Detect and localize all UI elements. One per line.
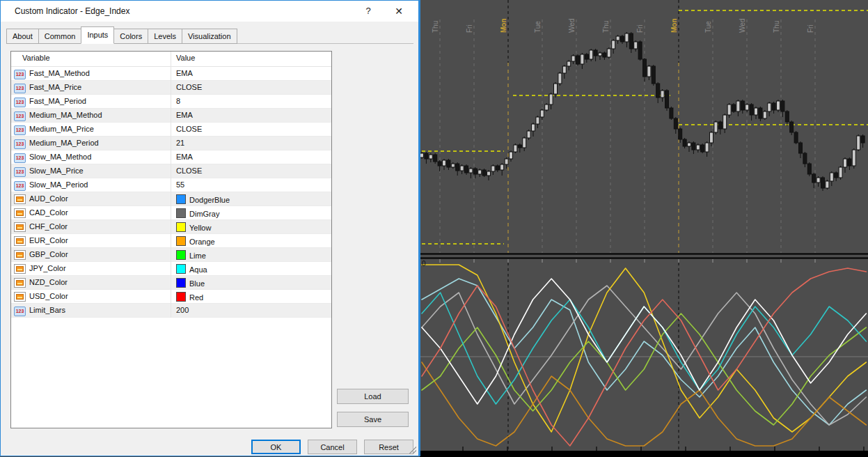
variable-value[interactable]: CLOSE xyxy=(176,166,202,175)
variable-value[interactable]: Red xyxy=(176,292,203,302)
variable-value[interactable]: DimGray xyxy=(176,208,219,218)
table-row[interactable]: AUD_ColorDodgerBlue xyxy=(11,192,331,206)
table-header: Variable Value xyxy=(11,52,331,67)
tab-visualization[interactable]: Visualization xyxy=(182,29,237,44)
variable-name: Fast_MA_Period xyxy=(29,97,86,105)
numeric-parameter-icon: 123 xyxy=(14,125,26,135)
dialog-titlebar[interactable]: Custom Indicator - Edge_Index ? ✕ xyxy=(1,1,418,22)
color-parameter-icon xyxy=(14,250,26,260)
save-button[interactable]: Save xyxy=(337,412,409,427)
variable-value[interactable]: DodgerBlue xyxy=(176,194,230,204)
svg-text:Thu: Thu xyxy=(773,21,780,33)
variable-name: NZD_Color xyxy=(29,278,68,286)
table-row[interactable]: 123Medium_MA_Period21 xyxy=(11,137,331,150)
table-row[interactable]: 123Slow_MA_PriceCLOSE xyxy=(11,164,331,178)
column-header-variable: Variable xyxy=(22,54,50,62)
variable-name: EUR_Color xyxy=(29,236,68,245)
variable-name: Medium_MA_Period xyxy=(29,139,99,147)
color-parameter-icon xyxy=(14,264,26,274)
numeric-parameter-icon: 123 xyxy=(14,139,26,149)
numeric-parameter-icon: 123 xyxy=(14,181,26,191)
variable-name: GBP_Color xyxy=(29,250,68,258)
svg-text:Fri: Fri xyxy=(807,24,814,33)
svg-text:Mon: Mon xyxy=(500,18,507,33)
variable-name: Fast_MA_Price xyxy=(29,83,81,91)
color-swatch xyxy=(176,208,186,218)
inputs-table: Variable Value 123Fast_MA_MethodEMA123Fa… xyxy=(10,51,332,428)
table-row[interactable]: 123Medium_MA_MethodEMA xyxy=(11,109,331,123)
numeric-parameter-icon: 123 xyxy=(14,98,26,107)
table-row[interactable]: EUR_ColorOrange xyxy=(11,234,331,248)
numeric-parameter-icon: 123 xyxy=(14,167,26,177)
table-row[interactable]: 123Slow_MA_Period55 xyxy=(11,178,331,192)
table-row[interactable]: USD_ColorRed xyxy=(11,290,331,304)
tab-common[interactable]: Common xyxy=(38,29,82,44)
variable-value[interactable]: EMA xyxy=(176,69,193,77)
tab-inputs[interactable]: Inputs xyxy=(81,26,114,44)
color-swatch xyxy=(176,264,186,274)
svg-text:Tue: Tue xyxy=(534,21,542,33)
color-parameter-icon xyxy=(14,194,26,204)
column-header-value: Value xyxy=(176,54,195,62)
screen: ThuFriMonTueWedThuFriMonTueWedThuFri0 Cu… xyxy=(0,0,868,457)
variable-value[interactable]: Blue xyxy=(176,278,205,288)
variable-name: Slow_MA_Period xyxy=(29,180,88,189)
column-divider xyxy=(171,52,171,318)
table-row[interactable]: JPY_ColorAqua xyxy=(11,262,331,276)
variable-value[interactable]: EMA xyxy=(176,153,193,161)
table-row[interactable]: 123Slow_MA_MethodEMA xyxy=(11,150,331,164)
variable-value[interactable]: 8 xyxy=(176,97,180,105)
variable-name: Slow_MA_Price xyxy=(29,166,84,175)
color-swatch xyxy=(176,236,186,246)
table-row[interactable]: 123Fast_MA_Period8 xyxy=(11,95,331,109)
ok-button[interactable]: OK xyxy=(251,440,301,454)
help-button[interactable]: ? xyxy=(356,1,380,22)
chart-panel[interactable]: ThuFriMonTueWedThuFriMonTueWedThuFri0 xyxy=(420,0,868,457)
variable-value[interactable]: Yellow xyxy=(176,222,211,232)
variable-value[interactable]: Aqua xyxy=(176,264,207,274)
table-row[interactable]: 123Fast_MA_MethodEMA xyxy=(11,67,331,81)
color-parameter-icon xyxy=(14,222,26,232)
color-swatch xyxy=(176,222,186,232)
color-swatch xyxy=(176,250,186,260)
variable-value[interactable]: Orange xyxy=(176,236,215,246)
svg-text:Wed: Wed xyxy=(739,19,746,33)
numeric-parameter-icon: 123 xyxy=(14,307,26,316)
variable-name: Fast_MA_Method xyxy=(29,69,90,77)
color-parameter-icon xyxy=(14,278,26,288)
color-parameter-icon xyxy=(14,236,26,246)
reset-button[interactable]: Reset xyxy=(364,440,413,454)
table-row[interactable]: 123Medium_MA_PriceCLOSE xyxy=(11,123,331,137)
close-icon[interactable]: ✕ xyxy=(385,1,413,22)
table-row[interactable]: GBP_ColorLime xyxy=(11,248,331,262)
color-parameter-icon xyxy=(14,292,26,302)
load-button[interactable]: Load xyxy=(337,389,409,404)
table-row[interactable]: CHF_ColorYellow xyxy=(11,220,331,234)
table-row[interactable]: CAD_ColorDimGray xyxy=(11,206,331,220)
tab-levels[interactable]: Levels xyxy=(148,29,182,44)
variable-name: AUD_Color xyxy=(29,194,68,203)
variable-value[interactable]: Lime xyxy=(176,250,206,260)
cancel-button[interactable]: Cancel xyxy=(308,440,357,454)
dialog-title: Custom Indicator - Edge_Index xyxy=(15,1,129,22)
color-swatch xyxy=(176,194,186,204)
variable-value[interactable]: CLOSE xyxy=(176,125,202,133)
table-row[interactable]: 123Fast_MA_PriceCLOSE xyxy=(11,81,331,95)
numeric-parameter-icon: 123 xyxy=(14,84,26,93)
variable-value[interactable]: 55 xyxy=(176,180,184,189)
variable-value[interactable]: 200 xyxy=(176,306,189,314)
variable-value[interactable]: EMA xyxy=(176,111,193,119)
variable-name: Limit_Bars xyxy=(29,306,65,314)
variable-name: JPY_Color xyxy=(29,264,66,272)
tab-about[interactable]: About xyxy=(6,29,39,44)
tab-colors[interactable]: Colors xyxy=(113,29,148,44)
table-row[interactable]: 123Limit_Bars200 xyxy=(11,304,331,318)
resize-grip[interactable] xyxy=(409,447,416,454)
numeric-parameter-icon: 123 xyxy=(14,153,26,163)
table-row[interactable]: NZD_ColorBlue xyxy=(11,276,331,290)
variable-value[interactable]: 21 xyxy=(176,139,184,147)
variable-name: Medium_MA_Method xyxy=(29,111,102,119)
indicator-zero-label: 0 xyxy=(422,260,426,268)
color-swatch xyxy=(176,278,186,288)
variable-value[interactable]: CLOSE xyxy=(176,83,202,91)
